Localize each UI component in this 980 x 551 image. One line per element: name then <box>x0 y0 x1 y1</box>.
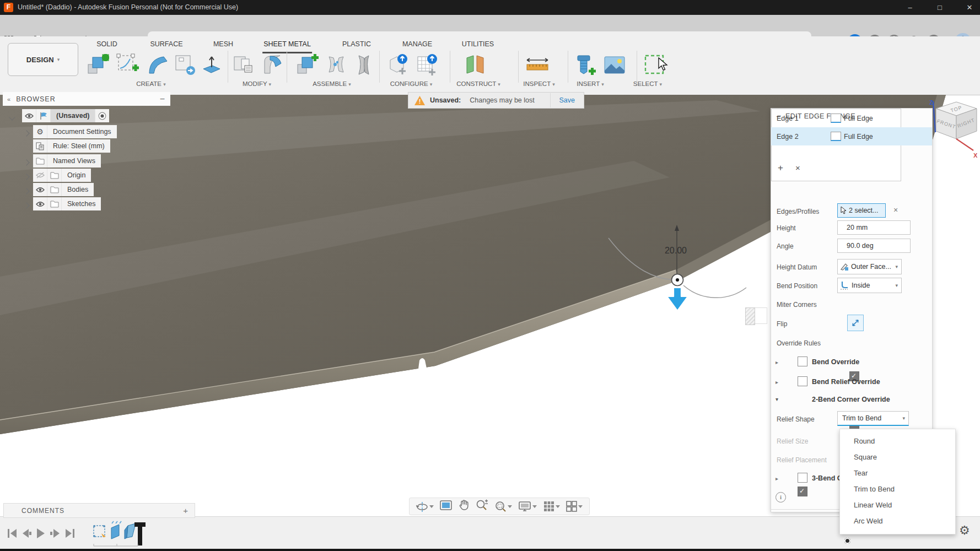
timeline-flange-item-2[interactable] <box>125 523 136 539</box>
bend-arc[interactable] <box>683 285 746 298</box>
menu-option-tear[interactable]: Tear <box>840 465 955 481</box>
viewports-tool[interactable] <box>566 501 583 512</box>
step-back-icon[interactable] <box>23 529 31 538</box>
add-edge-button[interactable]: + <box>778 163 783 174</box>
browser-item-rule[interactable]: Rule: Steel (mm) <box>33 139 110 153</box>
save-link[interactable]: Save <box>550 93 584 107</box>
visibility-off-eye-icon[interactable] <box>33 169 47 182</box>
edge-row-2[interactable]: Edge 2 Full Edge <box>771 127 932 145</box>
group-create[interactable]: CREATE ▾ <box>112 80 190 87</box>
info-icon[interactable]: i <box>776 492 786 503</box>
tab-solid[interactable]: SOLID <box>95 38 119 52</box>
viewcube[interactable]: TOP FRONT RIGHT Z X <box>925 97 980 160</box>
insert-image-icon[interactable] <box>602 52 627 78</box>
dialog-drag-grip[interactable] <box>745 307 767 324</box>
timeline-position-marker[interactable] <box>134 522 146 545</box>
measure-icon[interactable] <box>525 52 550 78</box>
browser-item-sketches[interactable]: Sketches <box>33 197 101 210</box>
sketches-caret[interactable] <box>24 200 29 210</box>
group-configure[interactable]: CONFIGURE ▾ <box>373 80 450 87</box>
flat-pattern-icon[interactable] <box>173 52 198 78</box>
menu-option-linear-weld[interactable]: Linear Weld <box>840 497 955 513</box>
display-caret-icon[interactable] <box>532 505 537 508</box>
tab-surface[interactable]: SURFACE <box>149 38 184 52</box>
edges-profiles-select-button[interactable]: 2 select... <box>837 203 886 218</box>
play-icon[interactable] <box>37 528 45 538</box>
orbit-tool[interactable] <box>416 501 434 512</box>
flip-button[interactable] <box>847 315 864 331</box>
create-flange-icon[interactable] <box>85 52 111 78</box>
browser-item-bodies[interactable]: Bodies <box>33 183 94 196</box>
edge-row-1[interactable]: Edge 1 Full Edge <box>771 109 932 127</box>
browser-item-origin[interactable]: Origin <box>33 169 91 182</box>
menu-option-trim-to-bend[interactable]: Trim to Bend <box>840 481 955 497</box>
doc-settings-caret[interactable] <box>24 128 29 138</box>
viewports-caret-icon[interactable] <box>578 505 583 508</box>
named-views-caret[interactable] <box>24 157 29 167</box>
group-select[interactable]: SELECT ▾ <box>609 80 686 87</box>
flange-tool-icon[interactable] <box>145 52 170 78</box>
joint-icon[interactable] <box>324 52 349 78</box>
bend-override-checkbox[interactable] <box>798 356 807 366</box>
skip-to-start-icon[interactable] <box>8 529 17 538</box>
display-settings[interactable] <box>518 501 537 512</box>
insert-mcmaster-icon[interactable] <box>573 52 599 78</box>
modify-form-icon[interactable] <box>231 52 257 78</box>
full-edge-checkbox[interactable] <box>831 132 841 141</box>
flange-direction-arrow[interactable] <box>667 288 688 311</box>
two-bend-corner-checkbox[interactable] <box>798 487 807 496</box>
bend-relief-override-caret-icon[interactable]: ▸ <box>776 379 778 385</box>
tab-sheet-metal[interactable]: SHEET METAL <box>262 38 312 53</box>
bodies-caret[interactable] <box>24 186 29 196</box>
height-input[interactable]: 20 mm <box>837 220 911 235</box>
comments-panel[interactable]: COMMENTS + <box>3 503 195 518</box>
fit-tool[interactable] <box>494 500 512 512</box>
zoom-tool[interactable] <box>476 499 488 514</box>
menu-option-arc-weld[interactable]: Arc Weld <box>840 513 955 529</box>
minimize-window-icon[interactable]: – <box>902 3 918 12</box>
step-forward-icon[interactable] <box>50 529 60 538</box>
orbit-caret-icon[interactable] <box>429 505 434 508</box>
dimension-value[interactable]: 20.00 <box>665 246 687 255</box>
skip-to-end-icon[interactable] <box>66 529 74 538</box>
browser-collapse-icon[interactable]: « <box>7 96 10 102</box>
relief-shape-dropdown[interactable]: Trim to Bend ▾ <box>837 411 909 426</box>
group-modify[interactable]: MODIFY ▾ <box>218 80 295 87</box>
grid-settings[interactable] <box>543 501 560 512</box>
as-built-joint-icon[interactable] <box>351 52 376 78</box>
close-window-icon[interactable]: ✕ <box>961 3 978 12</box>
bend-override-caret-icon[interactable]: ▸ <box>776 359 778 365</box>
visibility-eye-icon[interactable] <box>22 109 36 122</box>
three-bend-corner-checkbox[interactable] <box>798 473 807 483</box>
bend-relief-override-checkbox[interactable] <box>798 376 807 386</box>
edges-profiles-clear-icon[interactable]: × <box>893 206 898 214</box>
browser-minimize-icon[interactable]: − <box>160 94 165 104</box>
browser-item-named-views[interactable]: Named Views <box>33 154 101 168</box>
timeline-sketch-item[interactable] <box>93 525 106 537</box>
modify-corner-icon[interactable] <box>260 52 286 78</box>
full-edge-checkbox[interactable] <box>831 114 841 123</box>
settings-gear-icon[interactable]: ⚙ <box>959 523 970 538</box>
browser-root-caret[interactable] <box>10 112 14 122</box>
grid-caret-icon[interactable] <box>556 505 560 508</box>
pan-tool[interactable] <box>459 500 470 513</box>
group-assemble[interactable]: ASSEMBLE ▾ <box>293 80 370 87</box>
bend-position-dropdown[interactable]: Inside ▾ <box>837 278 902 293</box>
timeline-flange-item[interactable] <box>111 521 121 539</box>
height-datum-dropdown[interactable]: Outer Face... ▾ <box>837 259 902 274</box>
configuration-table-icon[interactable] <box>414 52 440 78</box>
look-at-tool[interactable] <box>440 500 452 512</box>
add-comment-icon[interactable]: + <box>183 506 188 515</box>
visibility-eye-icon[interactable] <box>33 197 47 210</box>
workspace-dropdown[interactable]: DESIGN▾ <box>8 43 78 76</box>
menu-option-round[interactable]: Round <box>840 433 955 449</box>
tab-plastic[interactable]: PLASTIC <box>341 38 372 52</box>
remove-edge-button[interactable]: × <box>795 163 800 172</box>
fit-caret-icon[interactable] <box>508 505 512 508</box>
tab-mesh[interactable]: MESH <box>212 38 234 52</box>
browser-item-document-settings[interactable]: ⚙ Document Settings <box>33 125 117 138</box>
browser-root-label[interactable]: (Unsaved) <box>51 109 95 122</box>
angle-input[interactable]: 90.0 deg <box>837 239 911 253</box>
maximize-window-icon[interactable]: □ <box>931 3 948 12</box>
new-component-icon[interactable] <box>295 52 320 78</box>
